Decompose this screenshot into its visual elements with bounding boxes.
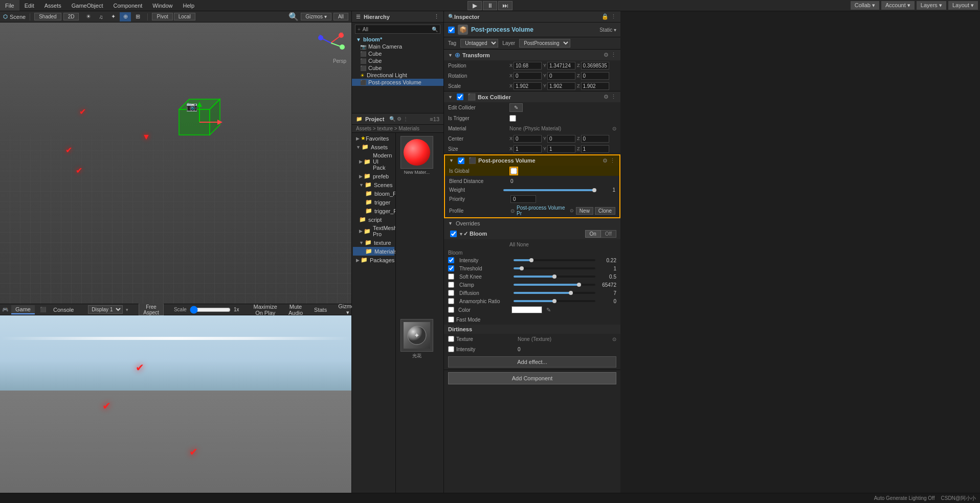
hierarchy-cube-1[interactable]: ⬛ Cube bbox=[352, 50, 443, 57]
grid-tool[interactable]: ⊞ bbox=[132, 12, 143, 21]
step-button[interactable]: ⏭ bbox=[498, 1, 513, 10]
game-canvas[interactable]: ✔ ✔ ✔ bbox=[0, 315, 351, 503]
tree-script[interactable]: 📁 script bbox=[353, 215, 394, 224]
play-button[interactable]: ▶ bbox=[467, 1, 482, 10]
threshold-thumb[interactable] bbox=[520, 266, 524, 270]
asset-guanghua[interactable]: ✦ 光花 bbox=[399, 319, 435, 500]
tree-assets[interactable]: ▼ 📁 Assets bbox=[353, 143, 394, 151]
tree-trigger-profiles[interactable]: 📁 trigger_Profiles bbox=[353, 207, 394, 215]
collider-active-checkbox[interactable] bbox=[457, 94, 463, 100]
fast-mode-checkbox[interactable] bbox=[448, 316, 454, 323]
rot-x-input[interactable] bbox=[514, 72, 542, 80]
tree-prefeb[interactable]: ▶ 📁 prefeb bbox=[353, 172, 394, 180]
hierarchy-dir-light[interactable]: ☀ Directional Light bbox=[352, 72, 443, 79]
tree-textmesh[interactable]: ▶ 📁 TextMesh Pro bbox=[353, 224, 394, 238]
profile-link[interactable]: Post-process Volume Pr bbox=[517, 205, 568, 216]
local-button[interactable]: Local bbox=[174, 13, 195, 20]
tree-materials[interactable]: 📁 Materials bbox=[353, 247, 394, 256]
obj-active-checkbox[interactable] bbox=[448, 27, 455, 33]
gizmos-dropdown[interactable]: Gizmos ▾ bbox=[301, 13, 331, 20]
soft-knee-thumb[interactable] bbox=[552, 275, 556, 279]
collider-settings[interactable]: ⚙ bbox=[604, 94, 609, 100]
move-tool[interactable]: ⊕ bbox=[120, 12, 131, 21]
tab-console[interactable]: Console bbox=[49, 306, 78, 314]
guanghua-thumb[interactable]: ✦ bbox=[400, 319, 433, 352]
diffusion-checkbox[interactable] bbox=[448, 290, 454, 296]
lighting-tool[interactable]: ☀ bbox=[83, 12, 94, 21]
fx-tool[interactable]: ✦ bbox=[107, 12, 119, 21]
anamorphic-thumb[interactable] bbox=[552, 299, 556, 303]
new-material-thumb[interactable] bbox=[400, 136, 433, 169]
priority-input[interactable] bbox=[510, 195, 536, 203]
pos-z-input[interactable] bbox=[581, 62, 609, 70]
aspect-dropdown[interactable]: Free Aspect bbox=[139, 303, 164, 316]
tree-bloom-profiles[interactable]: 📁 bloom_Profiles bbox=[353, 189, 394, 198]
hierarchy-scene[interactable]: ▼ bloom* bbox=[352, 36, 443, 43]
profile-target-icon[interactable]: ⊙ bbox=[570, 208, 574, 213]
is-trigger-checkbox[interactable] bbox=[509, 115, 516, 122]
tree-trigger[interactable]: 📁 trigger bbox=[353, 198, 394, 207]
cube-object[interactable]: 📷 bbox=[169, 94, 235, 145]
bloom-on-btn[interactable]: On bbox=[585, 230, 601, 238]
layers-button[interactable]: Layers ▾ bbox=[917, 1, 946, 10]
bloom-active-checkbox[interactable] bbox=[450, 231, 457, 237]
menu-assets[interactable]: Assets bbox=[39, 0, 66, 11]
scene-canvas[interactable]: 📷 ✔ ✔ ✔ ▼ bbox=[0, 22, 351, 304]
bloom-off-btn[interactable]: Off bbox=[601, 230, 616, 238]
soft-knee-checkbox[interactable] bbox=[448, 273, 454, 280]
2d-button[interactable]: 2D bbox=[63, 13, 79, 20]
menu-edit[interactable]: Edit bbox=[19, 0, 39, 11]
scale-slider[interactable] bbox=[190, 306, 231, 314]
scale-x-input[interactable] bbox=[514, 82, 542, 90]
dirt-texture-checkbox[interactable] bbox=[448, 336, 454, 342]
obj-static[interactable]: Static ▾ bbox=[599, 27, 616, 33]
color-checkbox[interactable] bbox=[448, 307, 454, 313]
layer-select[interactable]: PostProcessing bbox=[519, 39, 570, 48]
display-select[interactable]: Display 1 bbox=[88, 305, 123, 314]
size-z-input[interactable] bbox=[581, 145, 609, 153]
inspector-lock-icon[interactable]: 🔒 bbox=[602, 13, 609, 20]
edit-collider-btn[interactable]: ✎ bbox=[509, 103, 523, 112]
tree-favorites[interactable]: ▶ ★ Favorites bbox=[353, 134, 394, 143]
center-y-input[interactable] bbox=[547, 135, 575, 143]
postprocess-header[interactable]: ▼ ⬛ Post-process Volume ⚙ ⋮ bbox=[445, 155, 619, 166]
add-component-btn[interactable]: Add Component bbox=[448, 372, 616, 384]
hierarchy-main-camera[interactable]: 📷 Main Camera bbox=[352, 43, 443, 50]
scale-z-input[interactable] bbox=[581, 82, 609, 90]
layout-button[interactable]: Layout ▾ bbox=[948, 1, 978, 10]
diffusion-thumb[interactable] bbox=[569, 291, 573, 295]
tree-texture[interactable]: ▼ 📁 texture bbox=[353, 238, 394, 247]
weight-thumb[interactable] bbox=[592, 188, 596, 192]
dirt-texture-target[interactable]: ⊙ bbox=[612, 336, 616, 342]
audio-tool[interactable]: ♫ bbox=[95, 12, 106, 21]
menu-file[interactable]: File bbox=[0, 0, 19, 11]
shading-dropdown[interactable]: Shaded bbox=[34, 13, 61, 20]
menu-component[interactable]: Component bbox=[108, 0, 147, 11]
size-y-input[interactable] bbox=[547, 145, 575, 153]
inspector-menu-icon[interactable]: ⋮ bbox=[611, 13, 616, 20]
pause-button[interactable]: ⏸ bbox=[483, 1, 497, 10]
material-target-icon[interactable]: ⊙ bbox=[612, 126, 616, 131]
center-z-input[interactable] bbox=[581, 135, 609, 143]
collider-more[interactable]: ⋮ bbox=[611, 94, 616, 100]
hierarchy-cube-2[interactable]: ⬛ Cube bbox=[352, 57, 443, 64]
collab-button[interactable]: Collab ▾ bbox=[851, 1, 879, 10]
color-eye-dropper[interactable]: ✎ bbox=[546, 307, 551, 313]
rot-y-input[interactable] bbox=[547, 72, 575, 80]
scale-y-input[interactable] bbox=[547, 82, 575, 90]
pivot-button[interactable]: Pivot bbox=[152, 13, 172, 20]
tab-game[interactable]: Game bbox=[11, 305, 35, 314]
anamorphic-checkbox[interactable] bbox=[448, 298, 454, 304]
tree-scenes[interactable]: ▼ 📁 Scenes bbox=[353, 180, 394, 189]
tag-select[interactable]: Untagged bbox=[460, 39, 498, 48]
profile-new-btn[interactable]: New bbox=[576, 207, 593, 215]
threshold-checkbox[interactable] bbox=[448, 265, 454, 271]
postprocess-settings[interactable]: ⚙ bbox=[603, 157, 608, 164]
hierarchy-cube-3[interactable]: ⬛ Cube bbox=[352, 64, 443, 72]
overrides-header[interactable]: ▼ Overrides bbox=[444, 218, 620, 228]
intensity-thumb[interactable] bbox=[529, 258, 533, 262]
stats-btn[interactable]: Stats bbox=[310, 306, 331, 314]
tree-packages[interactable]: ▶ 📁 Packages bbox=[353, 256, 394, 264]
hierarchy-menu[interactable]: ⋮ bbox=[434, 13, 439, 20]
transform-header[interactable]: ▼ ⊕ Transform ⚙ ⋮ bbox=[444, 50, 620, 60]
